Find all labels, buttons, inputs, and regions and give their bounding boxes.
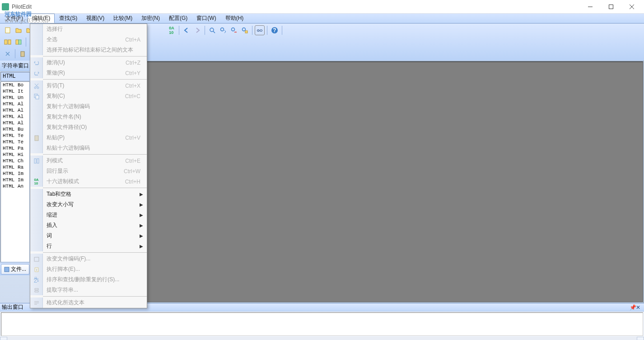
list-item[interactable]: HTML Al [1, 101, 29, 107]
menu-extract-string[interactable]: 提取字符串... [30, 285, 147, 295]
tb-sep [252, 26, 252, 35]
menu-paste[interactable]: 粘贴(P)Ctrl+V [30, 132, 147, 143]
output-body[interactable] [1, 312, 643, 336]
menu-run-script[interactable]: 执行脚本(E)... [30, 264, 147, 274]
menu-paste-hex[interactable]: 粘贴十六进制编码 [30, 143, 147, 153]
copy-icon [33, 93, 40, 99]
menu-view[interactable]: 视图(V) [82, 14, 109, 23]
svg-text:?: ? [273, 27, 276, 33]
menu-column-mode[interactable]: 列模式Ctrl+E [30, 156, 147, 166]
menu-format-selected[interactable]: 格式化所选文本 [30, 298, 147, 308]
menubar: 文件(F) 编辑(E) 查找(S) 视图(V) 比较(M) 加密(N) 配置(G… [0, 14, 644, 24]
menu-redo[interactable]: 重做(R)Ctrl+Y [30, 68, 147, 78]
menu-word[interactable]: 词▶ [30, 231, 147, 241]
menu-sort-find[interactable]: AZ排序和查找/删除重复的行(S)... [30, 274, 147, 285]
menu-copy-hex[interactable]: 复制十六进制编码 [30, 101, 147, 112]
list-item[interactable]: HTML Bo [1, 82, 29, 88]
list-item[interactable]: HTML It [1, 88, 29, 94]
list-item[interactable]: HTML Al [1, 113, 29, 120]
tb-merge-icon[interactable] [14, 37, 23, 47]
menu-hex-mode[interactable]: 0A10十六进制模式Ctrl+H [30, 176, 147, 187]
menu-change-case[interactable]: 改变大小写▶ [30, 199, 147, 210]
menu-separator [43, 154, 147, 155]
list-item[interactable]: HTML Al [1, 107, 29, 113]
menu-line-display[interactable]: 回行显示Ctrl+W [30, 166, 147, 176]
tb-cut2-icon[interactable] [3, 49, 13, 59]
menu-change-encoding[interactable]: 改变文件编码(F)... [30, 254, 147, 264]
svg-rect-17 [19, 40, 21, 44]
string-category-select[interactable]: HTML [0, 72, 30, 81]
menu-copy-filename[interactable]: 复制文件名(N) [30, 112, 147, 122]
output-title: 输出窗口 [2, 303, 23, 311]
menu-select-line[interactable]: 选择行 [30, 24, 147, 34]
list-item[interactable]: HTML An [1, 183, 29, 189]
menu-encrypt[interactable]: 加密(N) [137, 14, 164, 23]
maximize-button[interactable] [601, 0, 621, 14]
menu-insert[interactable]: 插入▶ [30, 220, 147, 231]
format-icon [33, 300, 40, 306]
svg-point-10 [243, 28, 246, 31]
list-item[interactable]: HTML Pa [1, 145, 29, 151]
cut-icon [33, 83, 40, 89]
undo-icon [33, 60, 40, 66]
string-list[interactable]: HTML BoHTML ItHTML UnHTML AlHTML AlHTML … [0, 81, 30, 262]
list-item[interactable]: HTML Im [1, 177, 29, 183]
menu-line[interactable]: 行▶ [30, 241, 147, 251]
menu-help[interactable]: 帮助(H) [221, 14, 248, 23]
output-hscroll[interactable]: ◂ ▸ [0, 337, 644, 340]
list-item[interactable]: HTML Bu [1, 126, 29, 132]
list-item[interactable]: HTML Te [1, 139, 29, 145]
tb-sep [282, 26, 282, 35]
menu-search[interactable]: 查找(S) [55, 14, 82, 23]
list-item[interactable]: HTML Te [1, 132, 29, 139]
scroll-left-icon[interactable]: ◂ [0, 337, 7, 340]
menu-separator [43, 296, 147, 297]
svg-rect-18 [21, 52, 24, 57]
menu-indent[interactable]: 缩进▶ [30, 210, 147, 220]
menu-compare[interactable]: 比较(M) [109, 14, 137, 23]
list-item[interactable]: HTML Ch [1, 158, 29, 164]
svg-text:Z: Z [34, 278, 37, 283]
close-button[interactable] [621, 0, 642, 14]
svg-rect-16 [16, 40, 19, 44]
scroll-right-icon[interactable]: ▸ [637, 337, 644, 340]
tb-findfiles-icon[interactable] [240, 25, 250, 35]
list-item[interactable]: HTML Im [1, 170, 29, 177]
menu-edit[interactable]: 编辑(E) [28, 14, 55, 23]
minimize-button[interactable] [580, 0, 601, 14]
tb-compare-icon[interactable] [3, 37, 13, 47]
tb-find-icon[interactable] [207, 25, 217, 35]
menu-window[interactable]: 窗口(W) [192, 14, 220, 23]
file-icon [4, 267, 9, 272]
menu-cut[interactable]: 剪切(T)Ctrl+X [30, 80, 147, 91]
output-panel: 输出窗口 📌 ✕ ◂ ▸ 输出窗口 输出窗口二 最近使用的文件列表 [0, 303, 644, 340]
file-tab-button[interactable]: 文件... [1, 264, 29, 274]
menu-config[interactable]: 配置(G) [164, 14, 192, 23]
tb-help-icon[interactable]: ? [270, 25, 280, 35]
menu-select-between-tags[interactable]: 选择开始标记和结束标记之间的文本 [30, 45, 147, 55]
list-item[interactable]: HTML Ra [1, 164, 29, 170]
list-item[interactable]: HTML Un [1, 94, 29, 101]
paste-icon [33, 135, 40, 141]
app-icon [2, 3, 9, 10]
tb-paste2-icon[interactable] [18, 49, 28, 59]
menu-copy-filepath[interactable]: 复制文件路径(O) [30, 122, 147, 132]
menu-tab-space[interactable]: Tab和空格▶ [30, 189, 147, 199]
tb-hex-icon[interactable]: 0A10 [167, 25, 177, 35]
close-panel-icon[interactable]: ✕ [636, 304, 642, 311]
menu-undo[interactable]: 撤消(U)Ctrl+Z [30, 57, 147, 68]
tb-nav-back-icon[interactable] [182, 25, 191, 35]
tb-findnext-icon[interactable] [218, 25, 228, 35]
pin-icon[interactable]: 📌 [630, 304, 636, 311]
menu-file[interactable]: 文件(F) [1, 14, 28, 23]
menu-select-all[interactable]: 全选Ctrl+A [30, 34, 147, 45]
tb-nav-fwd-icon[interactable] [192, 25, 202, 35]
tb-open-icon[interactable] [14, 25, 23, 35]
tb-goto-icon[interactable]: GO [255, 25, 265, 35]
list-item[interactable]: HTML Al [1, 120, 29, 126]
menu-copy[interactable]: 复制(C)Ctrl+C [30, 91, 147, 101]
svg-rect-23 [36, 95, 39, 99]
tb-replace-icon[interactable] [229, 25, 239, 35]
list-item[interactable]: HTML Hi [1, 151, 29, 158]
tb-new-icon[interactable] [3, 25, 13, 35]
